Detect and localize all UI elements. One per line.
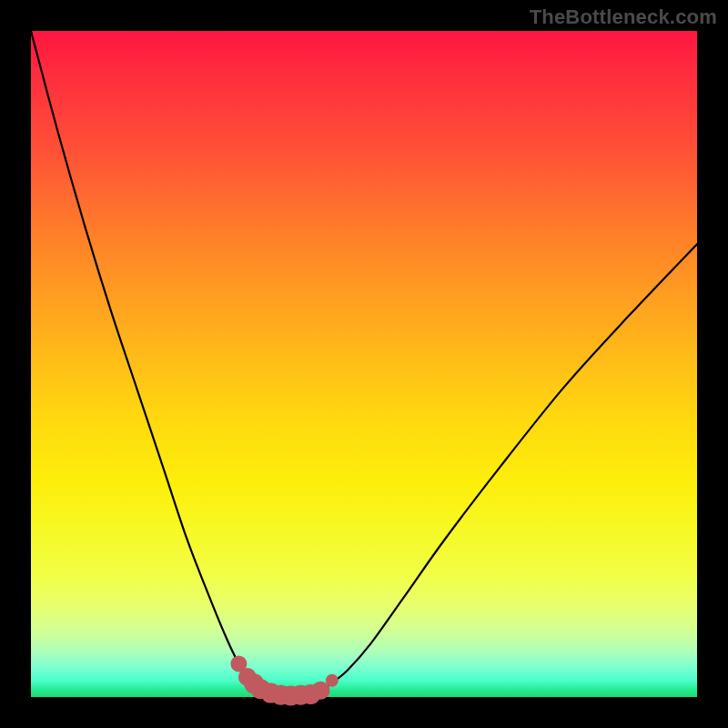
- watermark-text: TheBottleneck.com: [530, 5, 717, 29]
- outer-frame: TheBottleneck.com: [0, 0, 728, 728]
- highlight-point: [326, 674, 339, 687]
- bottleneck-curve: [31, 31, 697, 696]
- chart-svg: [31, 31, 697, 697]
- plot-area: [31, 31, 697, 697]
- highlight-markers: [230, 655, 338, 705]
